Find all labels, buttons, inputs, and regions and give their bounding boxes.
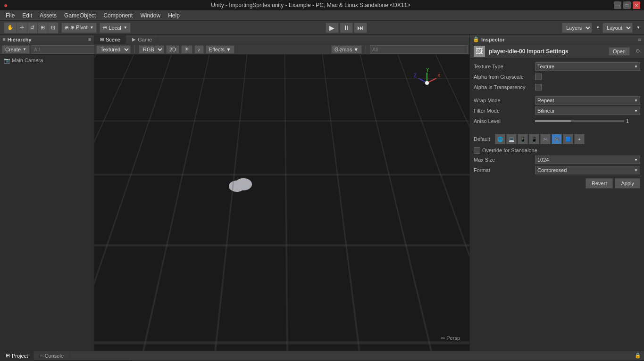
layout-arrow: ▼ [636,25,640,30]
create-button[interactable]: Create ▼ [2,45,30,54]
camera-icon: 📷 [4,57,10,63]
menu-file[interactable]: File [2,11,18,20]
rotate-tool[interactable]: ↺ [27,23,38,33]
format-row: Format Compressed ▼ [474,166,640,174]
wrap-mode-label: Wrap Mode [474,98,535,103]
persp-label: ⇦ Persp [441,335,460,341]
light-toggle[interactable]: ☀ [181,45,192,54]
hierarchy-search[interactable] [32,45,101,54]
inspector-panel: 🔒 Inspector ≡ 🖼 player-idle-00 Import Se… [469,35,644,351]
hand-tool[interactable]: ✋ [4,23,17,33]
scene-object [233,182,246,190]
scene-tab-label: Scene [106,37,120,42]
texture-type-label: Texture Type [474,64,535,69]
max-size-value[interactable]: 1024 ▼ [535,156,640,164]
alpha-transparency-checkbox[interactable] [535,84,542,90]
play-button[interactable]: ▶ [326,23,339,33]
menu-gameobject[interactable]: GameObject [60,11,100,20]
wrap-mode-value[interactable]: Repeat ▼ [535,96,640,105]
scene-area: ⊞ Scene ▶ Game Textured RGB 2D ☀ ♪ Effec… [94,35,469,351]
main-layout: ≡ Hierarchy ≡ Create ▼ 📷 Main Camera ⊞ S… [0,35,644,351]
camera-label: Main Camera [12,57,43,63]
move-tool[interactable]: ✛ [17,23,27,33]
max-size-label: Max Size [474,157,535,163]
revert-button[interactable]: Revert [585,178,613,189]
inspector-asset-row: 🖼 player-idle-00 Import Settings Open ⚙ [470,44,644,58]
platform-row: Default 🌐 💻 📱 📱 🎮 🎮 🟦 + [474,134,640,144]
platform-ios[interactable]: 📱 [518,134,528,144]
aniso-level-row: Aniso Level 1 [474,117,640,125]
aniso-level-value: 1 [626,118,640,124]
audio-toggle[interactable]: ♪ [194,45,204,54]
minimize-button[interactable]: — [614,1,621,9]
create-label: Create [5,47,21,52]
texture-type-value[interactable]: Texture ▼ [535,62,640,71]
hierarchy-content: 📷 Main Camera [0,55,94,351]
override-checkbox[interactable] [474,147,480,154]
platform-desktop[interactable]: 💻 [506,134,517,144]
effects-button[interactable]: Effects ▼ [206,45,234,54]
override-row: Override for Standalone [474,147,640,154]
pivot-button[interactable]: ⊕ ⊕ Pivot ▼ [61,23,97,33]
menu-edit[interactable]: Edit [18,11,36,20]
scene-canvas: X Y Z ⇦ Persp [94,55,469,351]
tab-scene[interactable]: ⊞ Scene [94,35,126,44]
wrap-mode-row: Wrap Mode Repeat ▼ [474,96,640,105]
local-button[interactable]: ⊕ Local ▼ [100,23,130,33]
close-button[interactable]: ✕ [633,1,640,9]
filter-mode-value[interactable]: Bilinear ▼ [535,107,640,115]
scene-view[interactable]: X Y Z ⇦ Persp [94,55,469,351]
platform-add[interactable]: + [574,134,585,144]
scale-tool[interactable]: ⊞ [38,23,48,33]
draw-mode-select[interactable]: Textured [96,45,131,54]
platform-console1[interactable]: 🎮 [540,134,551,144]
scene-search[interactable] [370,45,468,54]
layout-dropdown[interactable]: Layout [602,23,633,33]
inspector-menu-icon[interactable]: ≡ [638,37,641,42]
rect-tool[interactable]: ⊡ [48,23,58,33]
tab-game[interactable]: ▶ Game [126,35,158,44]
menu-component[interactable]: Component [100,11,136,20]
action-buttons: Revert Apply [474,178,640,189]
menu-window[interactable]: Window [136,11,164,20]
create-arrow: ▼ [23,47,26,51]
aniso-slider[interactable] [535,120,624,122]
platform-console2[interactable]: 🎮 [552,134,562,144]
aniso-slider-container: 1 [535,118,640,124]
platform-vr[interactable]: 🟦 [563,134,573,144]
menu-help[interactable]: Help [164,11,184,20]
svg-text:Y: Y [426,67,429,73]
inspector-title: Inspector [481,37,505,42]
game-tab-icon: ▶ [132,37,136,42]
local-icon: ⊕ [103,25,107,31]
tab-console[interactable]: ≡ Console [34,351,70,361]
2d-toggle[interactable]: 2D [166,45,179,54]
open-button[interactable]: Open [609,47,630,56]
layers-dropdown[interactable]: Layers [562,23,592,33]
platform-web[interactable]: 🌐 [495,134,505,144]
max-size-arrow: ▼ [634,158,638,162]
maximize-button[interactable]: □ [623,1,631,9]
alpha-grayscale-checkbox[interactable] [535,74,542,80]
platform-android[interactable]: 📱 [529,134,539,144]
tab-project[interactable]: ⊞ Project [0,351,34,361]
gizmos-button[interactable]: Gizmos ▼ [331,45,362,54]
pause-button[interactable]: ⏸ [340,23,353,33]
apply-button[interactable]: Apply [615,178,640,189]
texture-type-arrow: ▼ [634,65,638,69]
panel-lock-icon[interactable]: 🔒 [635,353,641,359]
step-button[interactable]: ⏭ [354,23,367,33]
hierarchy-title: Hierarchy [8,37,32,42]
project-tab-icon: ⊞ [6,353,10,359]
format-value[interactable]: Compressed ▼ [535,166,640,174]
alpha-grayscale-row: Alpha from Grayscale [474,73,640,81]
unity-icon: ● [4,1,8,9]
color-mode-select[interactable]: RGB [139,45,164,54]
format-arrow: ▼ [634,168,638,172]
inspector-content: Texture Type Texture ▼ Alpha from Graysc… [470,58,644,192]
alpha-grayscale-label: Alpha from Grayscale [474,74,535,80]
inspector-settings-icon[interactable]: ⚙ [636,48,640,54]
hierarchy-item-camera[interactable]: 📷 Main Camera [2,57,92,65]
hierarchy-menu-icon[interactable]: ≡ [88,37,91,42]
menu-assets[interactable]: Assets [36,11,60,20]
